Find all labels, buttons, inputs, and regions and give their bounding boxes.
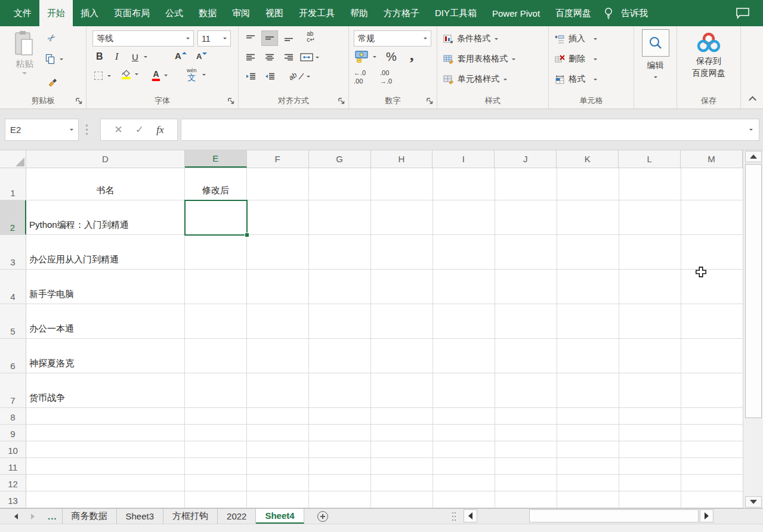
cut-button[interactable]: ✂ (48, 32, 55, 44)
wrap-text-button[interactable]: ab c↵ (301, 29, 321, 45)
cell-E11[interactable] (185, 458, 247, 474)
decrease-indent-button[interactable] (242, 69, 259, 84)
merge-center-button[interactable] (299, 50, 320, 65)
insert-function-icon[interactable]: fx (156, 124, 163, 136)
percent-style-button[interactable]: % (386, 50, 397, 64)
prev-sheet-icon[interactable] (14, 514, 18, 519)
copy-button[interactable] (45, 54, 63, 64)
tab-home[interactable]: 开始 (39, 0, 73, 26)
cell-E5[interactable] (185, 304, 247, 338)
horizontal-scrollbar-thumb[interactable] (529, 509, 699, 522)
cancel-icon[interactable]: ✕ (115, 123, 123, 136)
save-to-baidu-button[interactable] (677, 31, 740, 54)
row-header-8[interactable]: 8 (0, 408, 26, 424)
vertical-scrollbar-thumb[interactable] (745, 164, 762, 418)
shrink-font-button[interactable]: A (196, 52, 207, 60)
align-middle-button[interactable] (261, 30, 278, 46)
accounting-format-button[interactable] (355, 50, 376, 63)
row-header-7[interactable]: 7 (0, 373, 26, 407)
paste-button[interactable]: 粘贴 (7, 30, 42, 93)
column-header-I[interactable]: I (433, 150, 495, 168)
column-header-D[interactable]: D (26, 150, 185, 168)
clipboard-dialog-launcher[interactable] (76, 98, 83, 105)
cell-D13[interactable] (26, 491, 185, 508)
font-color-button[interactable]: A (152, 70, 168, 81)
cell-D5[interactable]: 办公一本通 (26, 304, 185, 338)
cell-D11[interactable] (26, 458, 185, 474)
cell-D8[interactable] (26, 408, 185, 424)
tab-scrollbar-splitter[interactable] (452, 511, 456, 521)
vertical-scrollbar[interactable] (743, 150, 763, 508)
name-box[interactable]: E2 (5, 119, 79, 141)
expand-formula-bar-icon[interactable] (749, 129, 753, 131)
align-left-button[interactable] (242, 50, 259, 65)
empty-cells[interactable] (247, 200, 743, 234)
underline-button[interactable]: U (132, 52, 147, 62)
column-header-H[interactable]: H (371, 150, 433, 168)
alignment-dialog-launcher[interactable] (338, 98, 345, 105)
format-painter-button[interactable] (47, 75, 58, 87)
align-center-button[interactable] (261, 50, 278, 65)
tab-view[interactable]: 视图 (258, 0, 291, 26)
font-dialog-launcher[interactable] (228, 98, 235, 105)
select-all-corner[interactable] (0, 150, 26, 168)
enter-icon[interactable]: ✓ (135, 123, 144, 136)
tell-me-button[interactable]: 告诉我 (613, 8, 656, 19)
tab-formulas[interactable]: 公式 (157, 0, 191, 26)
font-size-select[interactable]: 11 (197, 30, 231, 47)
cell-styles-button[interactable]: 单元格样式 (443, 72, 507, 86)
decrease-decimal-button[interactable]: .00 →.0 (380, 69, 392, 86)
format-as-table-button[interactable]: 套用表格格式 (443, 52, 515, 66)
cell-D10[interactable] (26, 441, 185, 457)
more-sheets-indicator[interactable]: ... (43, 509, 62, 524)
sheet-tab-sheet4[interactable]: Sheet4 (256, 509, 304, 524)
grow-font-button[interactable]: A (175, 51, 187, 60)
empty-cells[interactable] (247, 408, 743, 424)
next-sheet-icon[interactable] (31, 514, 35, 519)
collapse-ribbon-icon[interactable] (749, 96, 756, 104)
empty-cells[interactable] (247, 270, 743, 304)
namebox-splitter[interactable] (86, 123, 88, 135)
new-sheet-button[interactable] (317, 509, 328, 524)
increase-indent-button[interactable] (261, 69, 278, 84)
cell-E4[interactable] (185, 270, 247, 304)
column-header-G[interactable]: G (309, 150, 371, 168)
tab-baidu-netdisk[interactable]: 百度网盘 (548, 0, 599, 26)
empty-cells[interactable] (247, 491, 743, 508)
hscroll-right-button[interactable] (700, 509, 713, 522)
row-header-11[interactable]: 11 (0, 458, 26, 474)
cell-D3[interactable]: 办公应用从入门到精通 (26, 235, 185, 269)
tab-data[interactable]: 数据 (191, 0, 224, 26)
tab-ffcell[interactable]: 方方格子 (376, 0, 427, 26)
column-header-J[interactable]: J (495, 150, 557, 168)
format-cells-button[interactable]: 格式 (555, 72, 597, 86)
empty-cells[interactable] (247, 339, 743, 373)
tab-page-layout[interactable]: 页面布局 (106, 0, 157, 26)
row-header-9[interactable]: 9 (0, 425, 26, 441)
row-header-2[interactable]: 2 (0, 200, 26, 234)
cell-E7[interactable] (185, 373, 247, 407)
tab-insert[interactable]: 插入 (73, 0, 106, 26)
number-format-select[interactable]: 常规 (354, 30, 431, 47)
sheet-tab-2022[interactable]: 2022 (218, 509, 256, 524)
cell-E6[interactable] (185, 339, 247, 373)
comment-icon[interactable] (736, 7, 750, 19)
row-header-12[interactable]: 12 (0, 475, 26, 491)
phonetic-guide-button[interactable]: wén 文 (187, 68, 206, 82)
tab-help[interactable]: 帮助 (342, 0, 376, 26)
cell-D6[interactable]: 神探夏洛克 (26, 339, 185, 373)
fill-handle[interactable] (245, 233, 249, 237)
increase-decimal-button[interactable]: ←.0 .00 (354, 69, 366, 86)
column-header-L[interactable]: L (619, 150, 681, 168)
empty-cells[interactable] (247, 475, 743, 491)
tab-diy-toolbox[interactable]: DIY工具箱 (427, 0, 484, 26)
tab-developer[interactable]: 开发工具 (291, 0, 342, 26)
row-header-1[interactable]: 1 (0, 168, 26, 200)
tab-review[interactable]: 审阅 (224, 0, 258, 26)
cell-D12[interactable] (26, 475, 185, 491)
empty-cells[interactable] (247, 458, 743, 474)
scroll-up-button[interactable] (745, 151, 762, 162)
hscroll-left-button[interactable] (464, 509, 477, 522)
empty-cells[interactable] (247, 441, 743, 457)
cell-E3[interactable] (185, 235, 247, 269)
